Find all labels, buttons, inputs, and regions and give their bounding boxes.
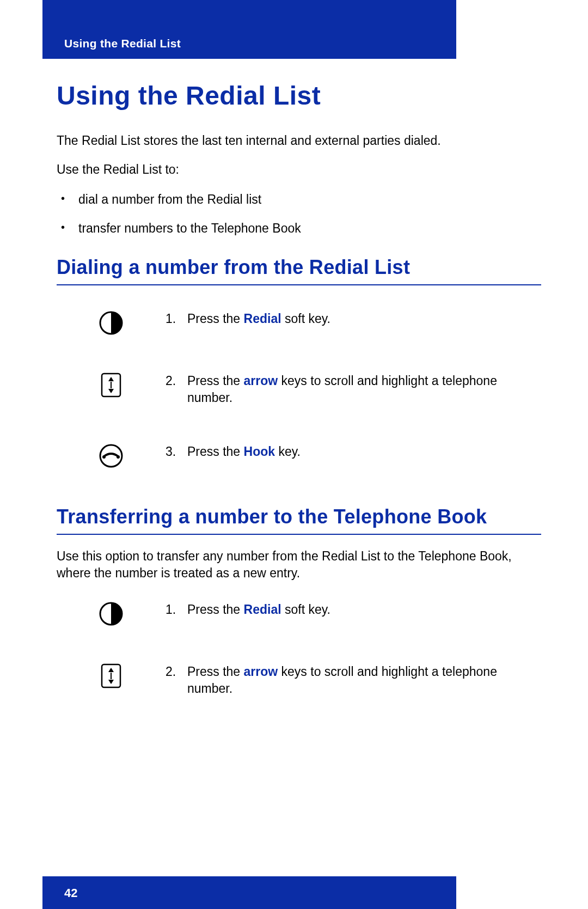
step-body: Press the Redial soft key. bbox=[187, 601, 541, 618]
svg-point-7 bbox=[117, 455, 120, 459]
step-icon-cell bbox=[57, 373, 166, 398]
text-run: Press the bbox=[187, 444, 244, 459]
softkey-icon bbox=[99, 310, 124, 335]
keyword-redial: Redial bbox=[244, 602, 281, 617]
step-body: Press the Hook key. bbox=[187, 443, 541, 460]
text-run: Press the bbox=[187, 664, 244, 679]
step-row: 1. Press the Redial soft key. bbox=[57, 310, 541, 335]
svg-marker-3 bbox=[108, 389, 114, 393]
svg-point-6 bbox=[102, 455, 106, 459]
step-text: 3. Press the Hook key. bbox=[166, 443, 541, 460]
step-number: 1. bbox=[166, 601, 187, 618]
step-row: 2. Press the arrow keys to scroll and hi… bbox=[57, 663, 541, 697]
step-icon-cell bbox=[57, 310, 166, 335]
keyword-hook: Hook bbox=[244, 444, 275, 459]
text-run: soft key. bbox=[281, 602, 330, 617]
steps-list: 1. Press the Redial soft key. 2 bbox=[57, 310, 541, 468]
intro-bullet-list: dial a number from the Redial list trans… bbox=[57, 190, 541, 237]
header-band: Using the Redial List bbox=[42, 0, 456, 59]
content-area: Using the Redial List The Redial List st… bbox=[57, 71, 541, 734]
step-row: 1. Press the Redial soft key. bbox=[57, 601, 541, 626]
step-text: 1. Press the Redial soft key. bbox=[166, 310, 541, 327]
step-number: 1. bbox=[166, 310, 187, 327]
section2-intro: Use this option to transfer any number f… bbox=[57, 548, 541, 582]
text-run: key. bbox=[275, 444, 301, 459]
steps-list: 1. Press the Redial soft key. 2 bbox=[57, 601, 541, 697]
step-icon-cell bbox=[57, 663, 166, 688]
svg-marker-10 bbox=[108, 668, 114, 672]
text-run: Press the bbox=[187, 374, 244, 388]
step-text: 1. Press the Redial soft key. bbox=[166, 601, 541, 618]
document-page: Using the Redial List Using the Redial L… bbox=[0, 0, 588, 909]
step-body: Press the Redial soft key. bbox=[187, 310, 541, 327]
section-heading-dialing: Dialing a number from the Redial List bbox=[57, 256, 541, 285]
arrow-key-icon bbox=[101, 663, 121, 688]
step-number: 2. bbox=[166, 373, 187, 406]
section-heading-transferring: Transferring a number to the Telephone B… bbox=[57, 505, 541, 535]
keyword-arrow: arrow bbox=[244, 664, 278, 679]
softkey-icon bbox=[99, 601, 124, 626]
intro-paragraph-2: Use the Redial List to: bbox=[57, 161, 541, 178]
step-text: 2. Press the arrow keys to scroll and hi… bbox=[166, 663, 541, 697]
intro-paragraph-1: The Redial List stores the last ten inte… bbox=[57, 132, 541, 149]
bullet-item: transfer numbers to the Telephone Book bbox=[57, 219, 541, 238]
running-header: Using the Redial List bbox=[64, 37, 181, 50]
step-row: 2. Press the arrow keys to scroll and hi… bbox=[57, 373, 541, 406]
keyword-arrow: arrow bbox=[244, 374, 278, 388]
bullet-item: dial a number from the Redial list bbox=[57, 190, 541, 209]
page-number: 42 bbox=[64, 886, 77, 900]
text-run: Press the bbox=[187, 602, 244, 617]
text-run: soft key. bbox=[281, 312, 330, 326]
svg-marker-11 bbox=[108, 680, 114, 684]
step-icon-cell bbox=[57, 443, 166, 468]
text-run: Press the bbox=[187, 312, 244, 326]
page-title: Using the Redial List bbox=[57, 81, 541, 111]
arrow-key-icon bbox=[101, 373, 121, 398]
footer-band: 42 bbox=[42, 876, 456, 909]
step-row: 3. Press the Hook key. bbox=[57, 443, 541, 468]
step-body: Press the arrow keys to scroll and highl… bbox=[187, 663, 541, 697]
keyword-redial: Redial bbox=[244, 312, 281, 326]
step-text: 2. Press the arrow keys to scroll and hi… bbox=[166, 373, 541, 406]
hook-key-icon bbox=[99, 443, 124, 468]
step-number: 3. bbox=[166, 443, 187, 460]
step-body: Press the arrow keys to scroll and highl… bbox=[187, 373, 541, 406]
step-number: 2. bbox=[166, 663, 187, 697]
svg-marker-2 bbox=[108, 377, 114, 381]
step-icon-cell bbox=[57, 601, 166, 626]
